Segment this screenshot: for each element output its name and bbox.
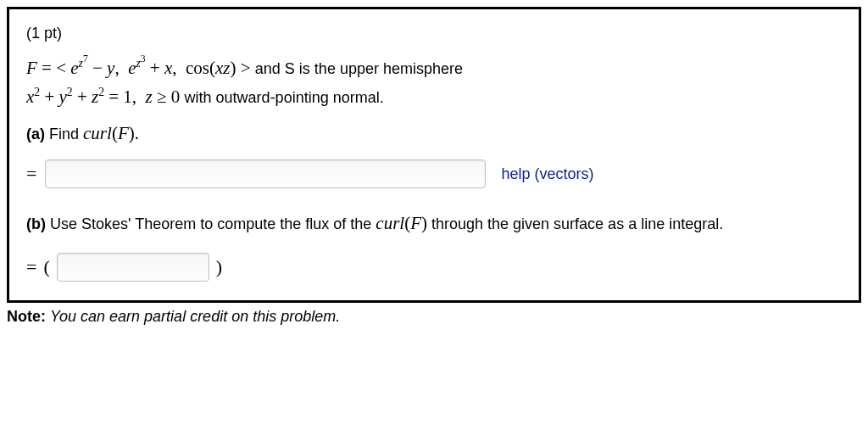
sphere-equation: x2 + y2 + z2 = 1, z ≥ 0 [26,87,185,107]
part-b: (b) Use Stokes' Theorem to compute the f… [26,210,842,237]
curl-expression-a: curl(F). [83,123,139,143]
statement-text-1: and S is the upper hemisphere [255,60,463,77]
help-vectors-link[interactable]: help (vectors) [501,165,593,183]
curl-answer-input[interactable] [45,159,486,188]
points-label: (1 pt) [26,25,842,42]
equals-b: = [26,256,36,278]
flux-answer-input[interactable] [57,253,209,282]
curl-expression-b: curl(F) [376,213,427,233]
part-a-label: (a) [26,126,45,142]
part-b-text-2: through the given surface as a line inte… [431,215,723,232]
part-a: (a) Find curl(F). [26,123,842,144]
part-b-text-1: Use Stokes' Theorem to compute the flux … [50,215,376,232]
answer-row-b: = ( ) [26,253,842,282]
vector-field-expression: F = < ez7 − y, ez3 + x, cos(xz) > [26,58,255,78]
answer-row-a: = help (vectors) [26,159,842,188]
note-text: You can earn partial credit on this prob… [50,308,340,325]
problem-container: (1 pt) F = < ez7 − y, ez3 + x, cos(xz) >… [7,7,861,303]
part-b-label: (b) [26,215,46,232]
statement-text-2: with outward-pointing normal. [185,89,384,106]
equals-a: = [26,163,36,185]
rparen: ) [216,256,222,278]
note: Note: You can earn partial credit on thi… [7,308,861,326]
part-a-text: Find [49,126,83,142]
problem-statement: F = < ez7 − y, ez3 + x, cos(xz) > and S … [26,54,842,111]
note-label: Note: [7,308,46,325]
lparen: ( [43,256,49,278]
